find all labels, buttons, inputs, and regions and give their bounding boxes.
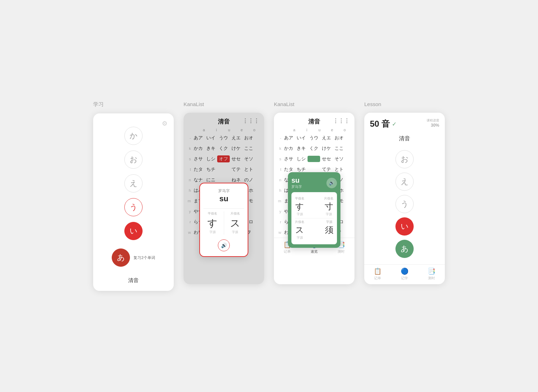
lesson-chevron-icon[interactable]: ✓: [392, 121, 396, 127]
lesson-nav-test[interactable]: 📑 测时: [428, 267, 435, 281]
screen3-label: KanaList: [274, 101, 294, 107]
screen4-wrapper: Lesson 50 音 ✓ 课程进度 30% 清音 お え う: [364, 101, 445, 284]
green-hiragana-sub: 字源: [297, 212, 303, 217]
review-row: あ 复习2个单词: [112, 246, 155, 270]
green-sub: 罗马字: [291, 184, 302, 189]
lesson-progress-label: 课程进度: [427, 118, 439, 123]
popup-overlay: 罗马字 su 平假名 す 字源 片假名: [184, 113, 264, 284]
lesson-header: 50 音 ✓ 课程进度 30%: [364, 113, 445, 132]
lesson-nav-review[interactable]: 🔵 记学: [401, 267, 408, 281]
lesson-study-icon: 📋: [374, 267, 381, 275]
row-k-3: k かカ きキ くク けケ ここ: [274, 143, 354, 154]
green-popup-details: 平假名 す 字源 片假名 寸 字源: [291, 192, 337, 244]
green-hiragana-row: 平假名 す 字源 片假名 寸 字源: [295, 195, 333, 218]
green-katakana-row2: 片假名 ス 字源 字源 须: [295, 218, 333, 241]
popup-katakana-col: 片假名 ス 字源: [226, 211, 244, 234]
kana-title-3: 清音: [308, 118, 320, 126]
green-popup-info: su 罗马字: [291, 176, 302, 189]
lesson-progress-value: 30%: [427, 123, 439, 128]
lesson-kana-u[interactable]: う: [395, 195, 414, 213]
screen4-phone: 50 音 ✓ 课程进度 30% 清音 お え う い あ: [364, 113, 445, 284]
col-headers-3: a i u e o: [274, 128, 354, 133]
row-vowel-3: - あア いイ うウ えエ おオ: [274, 133, 354, 143]
green-popup-top: su 罗马字 🔊: [291, 176, 337, 189]
kana-e[interactable]: え: [124, 174, 143, 192]
lesson-nav-review-label: 记学: [401, 276, 408, 281]
green-hiragana-char: す: [295, 201, 304, 212]
lesson-title: 50 音: [370, 118, 390, 130]
popup-audio-button[interactable]: 🔊: [218, 239, 230, 251]
lesson-kana-a[interactable]: あ: [395, 240, 414, 258]
lesson-nav-test-label: 测时: [428, 276, 435, 281]
popup-hiragana-col: 平假名 す 字源: [204, 211, 222, 234]
katakana-sub: 字源: [232, 230, 238, 234]
kana-a[interactable]: あ: [112, 248, 130, 267]
grid-icon-3[interactable]: ⋮⋮⋮: [333, 118, 350, 124]
popup-card: 罗马字 su 平假名 す 字源 片假名: [199, 183, 248, 257]
screen1-content: ⚙ か お え う い あ 复习2个单词 清音: [93, 113, 174, 291]
kana-u[interactable]: う: [124, 198, 143, 216]
nav-study-label: 记单: [284, 249, 291, 254]
green-katakana-val2: 字源 须: [325, 220, 333, 236]
popup-divider: [204, 208, 244, 209]
nav-browse-label: 速览: [311, 249, 318, 254]
green-popup: su 罗马字 🔊 平假名 す 字源: [288, 172, 340, 248]
kana-i[interactable]: い: [124, 222, 143, 240]
hiragana-sub: 字源: [209, 230, 216, 234]
screen3-phone: 清音 ⋮⋮⋮ a i u e o - あア いイ うウ えエ おオ: [274, 113, 354, 284]
katakana-label: 片假名: [230, 211, 240, 216]
hiragana-label: 平假名: [208, 211, 217, 216]
lesson-review-icon: 🔵: [401, 267, 408, 275]
green-katakana-char: 寸: [325, 201, 333, 212]
nav-test-label: 测时: [338, 249, 345, 254]
green-highlighted-cell[interactable]: [308, 156, 320, 162]
lesson-nav-study[interactable]: 📋 记单: [374, 267, 381, 281]
green-hiragana-type: 平假名 す 字源: [295, 196, 304, 217]
screen2-wrapper: KanaList 清音 ⋮⋮⋮ a i u e o - あア いイ: [184, 101, 264, 284]
row-s-3: s さサ しシ せセ そソ: [274, 154, 354, 164]
popup-romaji: su: [219, 194, 228, 203]
lesson-test-icon: 📑: [428, 267, 435, 275]
screen4-label: Lesson: [364, 101, 381, 107]
green-katakana-label: 片假名: [324, 196, 333, 201]
lesson-kana-e[interactable]: え: [395, 173, 414, 191]
green-romaji: su: [291, 176, 302, 184]
section-label: 清音: [128, 277, 139, 284]
screen1-phone: ⚙ か お え う い あ 复习2个单词 清音: [93, 113, 174, 291]
lesson-kana-i[interactable]: い: [395, 217, 414, 236]
kana-header-3: 清音 ⋮⋮⋮: [274, 113, 354, 128]
kana-ka[interactable]: か: [124, 127, 143, 145]
settings-icon[interactable]: ⚙: [162, 120, 167, 127]
lesson-section-label: 清音: [364, 132, 445, 145]
green-katakana-type2: 片假名 ス 字源: [295, 220, 304, 240]
popup-col-divider: [224, 211, 224, 234]
kana-list: か お え う い あ 复习2个单词: [93, 120, 174, 272]
lesson-kana-list: お え う い あ: [364, 145, 445, 264]
popup-hiragana-row: 平假名 す 字源 片假名 ス 字源: [204, 211, 244, 234]
katakana-char: ス: [230, 217, 240, 230]
screen2-phone: 清音 ⋮⋮⋮ a i u e o - あア いイ うウ えエ おオ: [184, 113, 264, 284]
green-hiragana-label: 平假名: [295, 196, 304, 201]
lesson-title-row: 50 音 ✓: [370, 118, 396, 130]
hiragana-char: す: [207, 217, 218, 230]
lesson-progress-block: 课程进度 30%: [427, 118, 439, 128]
lesson-nav-study-label: 记单: [374, 276, 381, 281]
screen2-label: KanaList: [184, 101, 204, 107]
screen1-wrapper: 学习 ⚙ か お え う い あ 复习2个单词 清音: [93, 101, 174, 291]
review-badge: 复习2个单词: [133, 255, 155, 260]
bottom-nav-4: 📋 记单 🔵 记学 📑 测时: [364, 264, 445, 284]
screen3-wrapper: KanaList 清音 ⋮⋮⋮ a i u e o - あア いイ: [274, 101, 354, 284]
screen2-content: 清音 ⋮⋮⋮ a i u e o - あア いイ うウ えエ おオ: [184, 113, 264, 238]
lesson-kana-o[interactable]: お: [395, 150, 414, 168]
green-audio-button[interactable]: 🔊: [326, 178, 337, 188]
screen1-label: 学习: [93, 101, 104, 108]
kana-o[interactable]: お: [124, 150, 143, 169]
main-container: 学习 ⚙ か お え う い あ 复习2个单词 清音 KanaL: [65, 80, 473, 312]
green-katakana-type: 片假名 寸 字源: [324, 196, 333, 217]
screen3-content: 清音 ⋮⋮⋮ a i u e o - あア いイ うウ えエ おオ: [274, 113, 354, 258]
popup-romaji-label: 罗马字: [218, 188, 230, 194]
green-katakana-sub: 字源: [326, 212, 332, 217]
screen4-content: 50 音 ✓ 课程进度 30% 清音 お え う い あ: [364, 113, 445, 284]
